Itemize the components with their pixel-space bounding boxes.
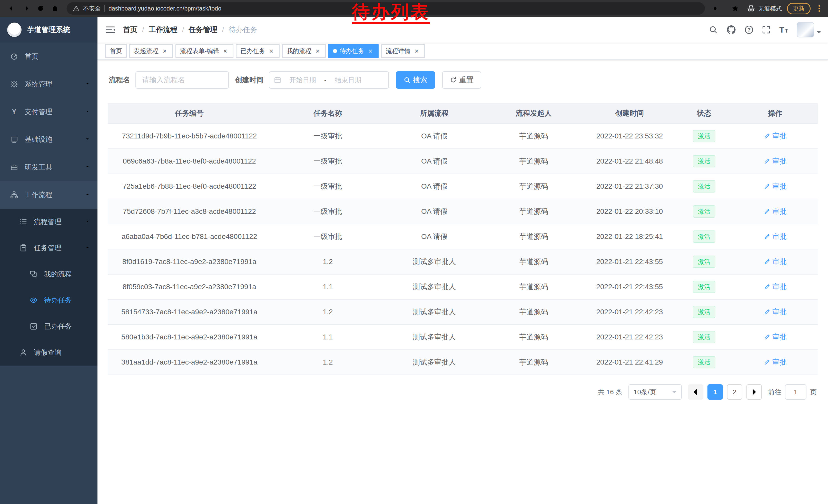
- approve-link[interactable]: 审批: [763, 357, 787, 367]
- reset-button-label: 重置: [459, 75, 473, 85]
- chevron-up-icon: [85, 244, 90, 252]
- page-2-button[interactable]: 2: [727, 384, 742, 400]
- tab-start-process[interactable]: 发起流程×: [129, 44, 173, 58]
- star-icon[interactable]: [729, 2, 742, 15]
- tab-close-icon[interactable]: ×: [268, 47, 275, 55]
- tab-close-icon[interactable]: ×: [222, 47, 229, 55]
- table-row: a6aba0a4-7b6d-11ec-b781-acde48001122一级审批…: [108, 224, 818, 249]
- sidebar-item-workflow[interactable]: 工作流程: [0, 181, 97, 209]
- sidebar-item-system[interactable]: 系统管理: [0, 70, 97, 98]
- approve-link[interactable]: 审批: [763, 307, 787, 317]
- text-size-icon[interactable]: [779, 25, 788, 35]
- date-range-picker[interactable]: -: [269, 71, 389, 89]
- github-icon[interactable]: [727, 25, 736, 35]
- key-icon[interactable]: [710, 2, 723, 15]
- task-name-cell: 1.1: [271, 274, 385, 300]
- search-button-label: 搜索: [413, 75, 427, 85]
- column-header[interactable]: 状态: [676, 103, 732, 124]
- prev-page-button[interactable]: [688, 384, 703, 400]
- hamburger-icon[interactable]: [97, 25, 123, 35]
- sidebar-item-task-management[interactable]: 任务管理: [0, 235, 97, 261]
- home-button[interactable]: [48, 2, 61, 15]
- task-table: 任务编号任务名称所属流程流程发起人创建时间状态操作 73211d9d-7b9b-…: [108, 103, 818, 375]
- tab-close-icon[interactable]: ×: [161, 47, 168, 55]
- column-header[interactable]: 任务名称: [271, 103, 385, 124]
- page-size-select[interactable]: 10条/页: [628, 384, 682, 400]
- approve-link[interactable]: 审批: [763, 232, 787, 241]
- security-label[interactable]: 不安全: [83, 5, 101, 12]
- tab-form-edit[interactable]: 流程表单-编辑×: [175, 44, 234, 58]
- process-cell: OA 请假: [385, 174, 484, 199]
- app-logo[interactable]: 芋道管理系统: [0, 17, 97, 43]
- tab-home[interactable]: 首页: [105, 44, 127, 58]
- process-name-input[interactable]: [135, 71, 229, 89]
- tab-todo-tasks[interactable]: 待办任务×: [328, 44, 379, 58]
- approve-link[interactable]: 审批: [763, 156, 787, 166]
- sidebar-item-infrastructure[interactable]: 基础设施: [0, 126, 97, 153]
- browser-menu-icon[interactable]: [816, 3, 823, 13]
- sidebar-item-leave-query[interactable]: 请假查询: [0, 339, 97, 366]
- pen-icon: [763, 183, 770, 190]
- sidebar-item-process-management[interactable]: 流程管理: [0, 209, 97, 235]
- chevron-down-icon: [85, 136, 90, 144]
- reload-button[interactable]: [34, 2, 47, 15]
- column-header[interactable]: 任务编号: [108, 103, 271, 124]
- sidebar-item-devtools[interactable]: 研发工具: [0, 153, 97, 181]
- sidebar-item-done-tasks[interactable]: 已办任务: [0, 313, 97, 339]
- search-button[interactable]: 搜索: [396, 71, 435, 89]
- status-tag: 激活: [693, 256, 715, 268]
- action-cell: 审批: [733, 274, 818, 300]
- table-row: 58154733-7ac8-11ec-a9e2-a2380e71991a1.2测…: [108, 300, 818, 325]
- omnibox-divider: [105, 5, 105, 12]
- tab-done-tasks[interactable]: 已办任务×: [236, 44, 280, 58]
- incognito-badge: 无痕模式: [747, 4, 782, 12]
- task-name-cell: 1.2: [271, 350, 385, 375]
- search-icon[interactable]: [709, 26, 718, 34]
- sidebar-item-my-processes[interactable]: 我的流程: [0, 261, 97, 287]
- address-bar[interactable]: 不安全 dashboard.yudao.iocoder.cn/bpm/task/…: [67, 2, 705, 15]
- question-icon[interactable]: [745, 26, 753, 34]
- approve-link[interactable]: 审批: [763, 332, 787, 342]
- end-date-input[interactable]: [329, 76, 368, 84]
- tab-my-processes[interactable]: 我的流程×: [282, 44, 326, 58]
- approve-link[interactable]: 审批: [763, 207, 787, 216]
- chevron-up-icon: [85, 191, 90, 199]
- tab-close-icon[interactable]: ×: [314, 47, 321, 55]
- page-buttons: 12: [688, 384, 762, 400]
- task-name-cell: 一级审批: [271, 149, 385, 174]
- pen-icon: [763, 309, 770, 315]
- column-header[interactable]: 操作: [733, 103, 818, 124]
- goto-page-input[interactable]: [785, 384, 806, 400]
- breadcrumb-item[interactable]: 首页: [123, 25, 137, 35]
- sidebar-item-todo-tasks[interactable]: 待办任务: [0, 287, 97, 313]
- fullscreen-icon[interactable]: [762, 26, 771, 34]
- sidebar-item-payment[interactable]: ¥支付管理: [0, 98, 97, 126]
- breadcrumb-item[interactable]: 工作流程: [149, 25, 177, 35]
- action-cell: 审批: [733, 325, 818, 350]
- start-date-input[interactable]: [283, 76, 322, 84]
- approve-label: 审批: [772, 332, 787, 342]
- sidebar-item-home[interactable]: 首页: [0, 43, 97, 70]
- tab-close-icon[interactable]: ×: [367, 47, 374, 55]
- column-header[interactable]: 流程发起人: [484, 103, 584, 124]
- reset-button[interactable]: 重置: [442, 71, 481, 89]
- tab-process-detail[interactable]: 流程详情×: [381, 44, 425, 58]
- approve-link[interactable]: 审批: [763, 131, 787, 141]
- approve-link[interactable]: 审批: [763, 182, 787, 191]
- chevron-down-icon: [85, 163, 90, 171]
- page-1-button[interactable]: 1: [707, 384, 723, 400]
- url-text[interactable]: dashboard.yudao.iocoder.cn/bpm/task/todo: [109, 5, 221, 12]
- breadcrumb-item[interactable]: 任务管理: [189, 25, 217, 35]
- approve-link[interactable]: 审批: [763, 282, 787, 292]
- next-page-button[interactable]: [746, 384, 762, 400]
- approve-link[interactable]: 审批: [763, 257, 787, 267]
- pen-icon: [763, 158, 770, 165]
- column-header[interactable]: 所属流程: [385, 103, 484, 124]
- user-menu[interactable]: [797, 22, 821, 37]
- tab-close-icon[interactable]: ×: [413, 47, 420, 55]
- forward-button[interactable]: [19, 2, 33, 15]
- created-time-cell: 2022-01-22 21:48:48: [584, 149, 676, 174]
- column-header[interactable]: 创建时间: [584, 103, 676, 124]
- update-button[interactable]: 更新: [787, 3, 811, 14]
- back-button[interactable]: [5, 2, 18, 15]
